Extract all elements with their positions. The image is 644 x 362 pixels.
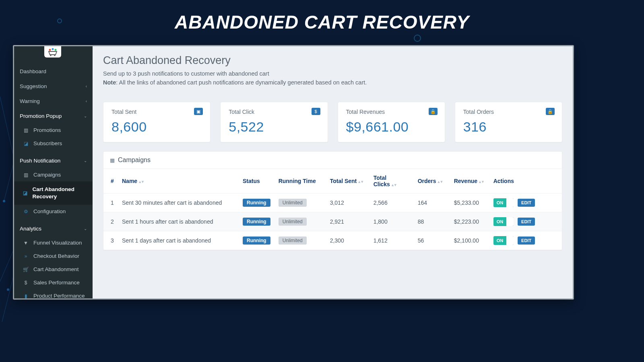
cell-num: 1	[103, 193, 118, 212]
sort-icon: ▲▼	[357, 180, 363, 184]
sidebar-item-dashboard[interactable]: Dashboard	[14, 64, 93, 79]
cell-sent: 2,300	[326, 231, 369, 250]
th-running-time[interactable]: Running Time	[275, 169, 326, 193]
cell-name: Sent 1 hours after cart is abandoned	[118, 212, 239, 231]
edit-button[interactable]: EDIT	[518, 237, 535, 245]
sidebar-item-product[interactable]: ▮Product Performance	[14, 289, 93, 299]
th-name[interactable]: Name▲▼	[118, 169, 239, 193]
cell-orders: 164	[414, 193, 450, 212]
sidebar-item-funnel[interactable]: ▼Funnel Visualization	[14, 236, 93, 249]
cell-rev: $5,233.00	[450, 193, 489, 212]
cell-num: 2	[103, 212, 118, 231]
page-subtitle: Send up to 3 push notifications to custo…	[103, 70, 562, 77]
edit-button[interactable]: EDIT	[518, 199, 535, 207]
chevron-down-icon: ⌄	[84, 114, 87, 118]
lock-icon: 🔒	[546, 108, 555, 115]
sidebar-item-cart-abandoned-recovery[interactable]: ◪Cart Abandoned Recovery	[14, 181, 93, 205]
stat-total-sent: Total Sent ▣ 8,600	[103, 102, 211, 142]
runtime-badge: Unlimited	[279, 237, 307, 245]
stat-value: 8,600	[111, 119, 202, 135]
svg-point-7	[49, 49, 51, 51]
cell-status: Running	[239, 212, 275, 231]
stat-total-revenues: Total Revenues 🔒 $9,661.00	[338, 102, 445, 142]
svg-point-4	[3, 200, 5, 202]
sidebar-item-promotions[interactable]: ▥Promotions	[14, 123, 93, 137]
stat-value: 316	[463, 119, 554, 135]
cell-clicks: 1,800	[369, 212, 414, 231]
sidebar-item-configuration[interactable]: ⚙Configuration	[14, 205, 93, 218]
table-row: 2 Sent 1 hours after cart is abandoned R…	[103, 212, 562, 231]
status-badge: Running	[243, 237, 270, 245]
toggle-on[interactable]: ON	[493, 198, 514, 207]
panel-title: ▦ Campaigns	[103, 152, 562, 169]
funnel-icon: ▼	[23, 240, 29, 246]
stat-total-orders: Total Orders 🔒 316	[455, 102, 562, 142]
stats-row: Total Sent ▣ 8,600 Total Click $ 5,522 T…	[93, 90, 573, 142]
edit-button[interactable]: EDIT	[518, 218, 535, 226]
page-header: Cart Abandoned Recovery Send up to 3 pus…	[93, 46, 573, 90]
sidebar-item-sales[interactable]: $Sales Performance	[14, 276, 93, 289]
sidebar-item-campaigns[interactable]: ▥Campaigns	[14, 168, 93, 181]
barcode-icon: ▥	[23, 172, 29, 178]
cell-sent: 2,921	[326, 212, 369, 231]
cell-status: Running	[239, 193, 275, 212]
barcode-icon: ▥	[23, 128, 29, 133]
runtime-badge: Unlimited	[279, 218, 307, 226]
sidebar-item-cart-abandonment[interactable]: 🛒Cart Abandonment	[14, 263, 93, 276]
svg-point-11	[54, 55, 55, 56]
cell-name: Sent 30 minutes after cart is abandoned	[118, 193, 239, 212]
toggle-on[interactable]: ON	[493, 217, 514, 226]
arrows-icon: »	[23, 253, 29, 259]
cell-orders: 88	[414, 212, 450, 231]
th-total-sent[interactable]: Total Sent▲▼	[326, 169, 369, 193]
th-status[interactable]: Status	[239, 169, 275, 193]
sidebar-section-push[interactable]: Push Notification⌄	[14, 153, 93, 168]
th-num[interactable]: #	[103, 169, 118, 193]
sidebar-item-checkout[interactable]: »Checkout Behavior	[14, 249, 93, 263]
book-icon: ◪	[23, 190, 28, 196]
stat-value: $9,661.00	[346, 119, 437, 135]
decor-circle	[57, 19, 62, 23]
cell-clicks: 1,612	[369, 231, 414, 250]
cart-icon: 🛒	[23, 267, 29, 272]
th-revenue[interactable]: Revenue▲▼	[450, 169, 489, 193]
cell-clicks: 2,566	[369, 193, 414, 212]
sidebar-section-promotion[interactable]: Promotion Popup⌄	[14, 109, 93, 123]
sidebar-section-analytics[interactable]: Analytics⌄	[14, 221, 93, 236]
cell-actions: ON EDIT	[489, 212, 562, 231]
user-icon: ◪	[23, 141, 29, 146]
chevron-left-icon: ‹	[86, 84, 87, 88]
cell-rev: $2,223.00	[450, 212, 489, 231]
chevron-down-icon: ⌄	[84, 226, 87, 231]
toggle-on[interactable]: ON	[493, 236, 514, 245]
cell-orders: 56	[414, 231, 450, 250]
dollar-icon: $	[23, 280, 29, 286]
status-badge: Running	[243, 199, 270, 207]
th-orders[interactable]: Orders▲▼	[414, 169, 450, 193]
save-icon: ▣	[194, 108, 203, 115]
app-window: Dashboard Suggestion‹ Warning‹ Promotion…	[13, 45, 574, 299]
cell-name: Sent 1 days after cart is abandoned	[118, 231, 239, 250]
table-row: 1 Sent 30 minutes after cart is abandone…	[103, 193, 562, 212]
th-actions: Actions	[489, 169, 562, 193]
main-content: Cart Abandoned Recovery Send up to 3 pus…	[93, 46, 573, 298]
sidebar-item-suggestion[interactable]: Suggestion‹	[14, 79, 93, 94]
cell-run: Unlimited	[275, 193, 326, 212]
sort-icon: ▲▼	[478, 180, 484, 184]
cell-run: Unlimited	[275, 231, 326, 250]
sidebar-item-warning[interactable]: Warning‹	[14, 94, 93, 109]
cell-status: Running	[239, 231, 275, 250]
table-icon: ▦	[110, 157, 115, 163]
sidebar-item-subscribers[interactable]: ◪Subscribers	[14, 137, 93, 150]
th-total-clicks[interactable]: Total Clicks▲▼	[369, 169, 414, 193]
decor-circle	[414, 35, 421, 42]
sort-icon: ▲▼	[138, 180, 144, 184]
stat-value: 5,522	[229, 119, 319, 135]
banner-title: ABANDONED CART RECOVERY	[0, 0, 644, 33]
table-row: 3 Sent 1 days after cart is abandoned Ru…	[103, 231, 562, 250]
stat-label: Total Revenues	[346, 109, 437, 115]
cell-num: 3	[103, 231, 118, 250]
dollar-icon: $	[312, 108, 320, 115]
svg-point-10	[50, 55, 51, 56]
sidebar: Dashboard Suggestion‹ Warning‹ Promotion…	[14, 46, 93, 298]
